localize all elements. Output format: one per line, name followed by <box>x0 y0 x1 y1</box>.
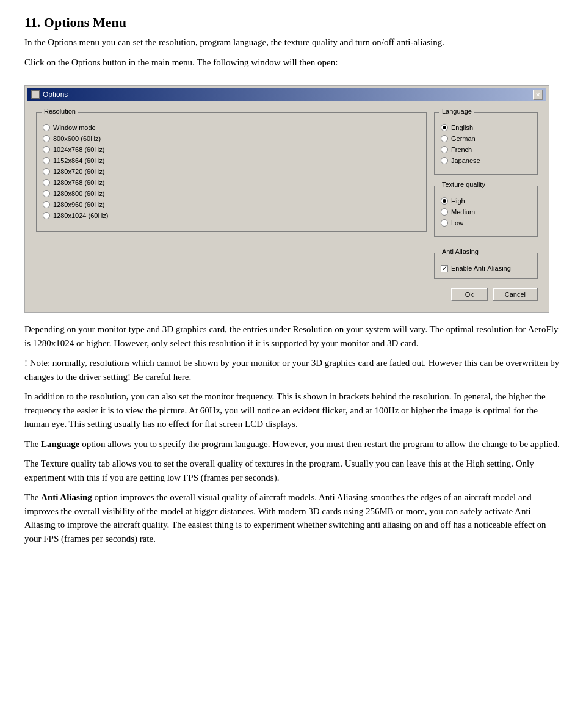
resolution-label-1280x1024: 1280x1024 (60Hz) <box>53 212 109 219</box>
language-label-french: French <box>451 146 472 153</box>
resolution-radio-1152x864[interactable] <box>43 157 50 164</box>
language-option-french[interactable]: French <box>441 146 531 153</box>
body-paragraph-note: ! Note: normally, resolutions which cann… <box>24 356 562 384</box>
right-panel: Language English German French <box>434 107 538 279</box>
page-title: 11. Options Menu <box>24 15 562 31</box>
resolution-option-window-mode[interactable]: Window mode <box>43 124 420 131</box>
resolution-label-1280x800: 1280x800 (60Hz) <box>53 190 104 197</box>
resolution-option-1280x1024[interactable]: 1280x1024 (60Hz) <box>43 212 420 219</box>
language-option-german[interactable]: German <box>441 135 531 142</box>
texture-option-medium[interactable]: Medium <box>441 208 531 216</box>
resolution-radio-window-mode[interactable] <box>43 124 50 131</box>
texture-radio-medium[interactable] <box>441 208 448 216</box>
resolution-label-window-mode: Window mode <box>53 124 96 131</box>
resolution-option-1280x800[interactable]: 1280x800 (60Hz) <box>43 190 420 197</box>
resolution-option-1280x768[interactable]: 1280x768 (60Hz) <box>43 179 420 186</box>
language-option-english[interactable]: English <box>441 124 531 131</box>
anti-aliasing-group-title: Anti Aliasing <box>440 248 481 255</box>
texture-quality-group: Texture quality High Medium Low <box>434 186 538 237</box>
language-radio-french[interactable] <box>441 146 448 153</box>
dialog-title-text: Options <box>43 90 68 99</box>
dialog-content-area: Resolution Window mode 800x600 (60Hz) 10… <box>36 107 538 279</box>
resolution-group: Resolution Window mode 800x600 (60Hz) 10… <box>36 112 427 232</box>
dialog-title-left: Options <box>31 90 68 99</box>
language-label-japanese: Japanese <box>451 157 480 164</box>
texture-option-high[interactable]: High <box>441 197 531 205</box>
dialog-body: Resolution Window mode 800x600 (60Hz) 10… <box>27 101 546 310</box>
language-radio-german[interactable] <box>441 135 448 142</box>
texture-option-low[interactable]: Low <box>441 219 531 227</box>
anti-aliasing-group: Anti Aliasing Enable Anti-Aliasing <box>434 253 538 279</box>
resolution-label-800x600: 800x600 (60Hz) <box>53 135 101 142</box>
dialog-icon <box>31 90 40 99</box>
body-paragraph-1: Depending on your monitor type and 3D gr… <box>24 322 562 350</box>
options-dialog-screenshot: Options ✕ Resolution Window mode 800x600… <box>24 85 549 313</box>
resolution-radio-1280x1024[interactable] <box>43 212 50 219</box>
anti-aliasing-checkbox-label: Enable Anti-Aliasing <box>451 264 511 272</box>
texture-radio-low[interactable] <box>441 219 448 227</box>
dialog-buttons: Ok Cancel <box>36 288 538 301</box>
resolution-radio-1280x720[interactable] <box>43 168 50 175</box>
anti-aliasing-bold: Anti Aliasing <box>41 492 92 502</box>
texture-label-high: High <box>451 197 465 205</box>
dialog-titlebar: Options ✕ <box>27 88 546 101</box>
language-group-title: Language <box>440 107 474 115</box>
texture-label-low: Low <box>451 219 463 227</box>
anti-aliasing-checkbox-item[interactable]: Enable Anti-Aliasing <box>441 264 531 272</box>
resolution-radio-1280x768[interactable] <box>43 179 50 186</box>
body-paragraph-freq: In addition to the resolution, you can a… <box>24 390 562 431</box>
language-group: Language English German French <box>434 112 538 175</box>
resolution-option-1024x768[interactable]: 1024x768 (60Hz) <box>43 146 420 153</box>
resolution-label-1280x768: 1280x768 (60Hz) <box>53 179 104 186</box>
resolution-option-800x600[interactable]: 800x600 (60Hz) <box>43 135 420 142</box>
language-option-japanese[interactable]: Japanese <box>441 157 531 164</box>
language-bold: Language <box>41 439 79 449</box>
resolution-label-1152x864: 1152x864 (60Hz) <box>53 157 104 164</box>
dialog-close-button[interactable]: ✕ <box>533 90 543 100</box>
resolution-panel: Resolution Window mode 800x600 (60Hz) 10… <box>36 107 427 279</box>
language-radio-english[interactable] <box>441 124 448 131</box>
resolution-label-1280x960: 1280x960 (60Hz) <box>53 201 104 208</box>
body-paragraph-texture: The Texture quality tab allows you to se… <box>24 457 562 484</box>
resolution-radio-1280x800[interactable] <box>43 190 50 197</box>
ok-button[interactable]: Ok <box>451 288 488 301</box>
resolution-option-1280x960[interactable]: 1280x960 (60Hz) <box>43 201 420 208</box>
body-paragraph-antialiasing: The Anti Aliasing option improves the ov… <box>24 490 562 545</box>
anti-aliasing-checkbox[interactable] <box>441 265 448 272</box>
intro-paragraph-2: Click on the Options button in the main … <box>24 56 562 70</box>
resolution-label-1280x720: 1280x720 (60Hz) <box>53 168 104 175</box>
resolution-label-1024x768: 1024x768 (60Hz) <box>53 146 104 153</box>
texture-label-medium: Medium <box>451 208 475 216</box>
resolution-radio-1280x960[interactable] <box>43 201 50 208</box>
intro-paragraph-1: In the Options menu you can set the reso… <box>24 35 562 49</box>
language-label-german: German <box>451 135 476 142</box>
resolution-option-1152x864[interactable]: 1152x864 (60Hz) <box>43 157 420 164</box>
texture-radio-high[interactable] <box>441 197 448 205</box>
resolution-option-1280x720[interactable]: 1280x720 (60Hz) <box>43 168 420 175</box>
texture-quality-group-title: Texture quality <box>440 181 488 188</box>
cancel-button[interactable]: Cancel <box>493 288 538 301</box>
resolution-radio-1024x768[interactable] <box>43 146 50 153</box>
language-label-english: English <box>451 124 473 131</box>
resolution-group-title: Resolution <box>42 107 78 115</box>
body-paragraph-language: The Language option allows you to specif… <box>24 437 562 451</box>
language-radio-japanese[interactable] <box>441 157 448 164</box>
resolution-radio-800x600[interactable] <box>43 135 50 142</box>
